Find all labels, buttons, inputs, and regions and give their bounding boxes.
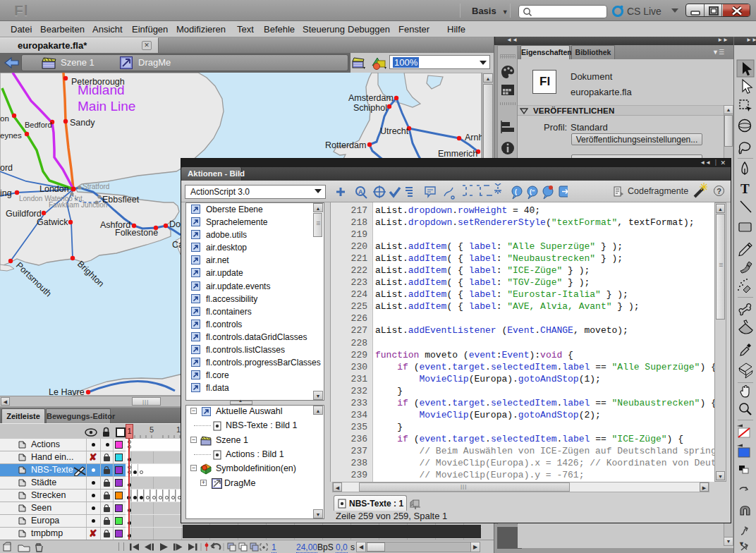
svg-text:eynes: eynes [0,131,22,140]
svg-text:Brighton: Brighton [75,259,106,288]
svg-text:Bedford: Bedford [25,121,52,129]
svg-text:T: T [740,181,750,196]
svg-text:Do: Do [169,219,181,229]
svg-text:Rotterdam: Rotterdam [325,140,366,150]
svg-text:Gatwick: Gatwick [37,217,68,227]
svg-text:ord: ord [0,163,13,173]
svg-text:Midland: Midland [78,83,125,97]
svg-text:Utrecht: Utrecht [380,126,409,136]
svg-text:Arnh: Arnh [465,133,482,142]
svg-text:Stratford: Stratford [83,183,109,190]
svg-text:Fawkham Junction: Fawkham Junction [49,201,107,209]
svg-text:Le Havre: Le Havre [49,387,85,396]
svg-text:Amsterdam: Amsterdam [348,93,394,103]
svg-text:Emmerich: Emmerich [438,149,477,159]
svg-text:Sandy: Sandy [70,118,95,128]
svg-text:(: ( [515,188,517,195]
svg-text:ing: ing [0,188,12,198]
svg-text:London: London [39,184,69,194]
svg-text:Portsmouth: Portsmouth [14,260,54,299]
svg-text:Folkestone: Folkestone [115,228,158,238]
svg-text:(“: (“ [530,188,535,195]
svg-text:A: A [358,188,363,195]
svg-text:Ebbsfleet: Ebbsfleet [102,195,140,205]
svg-text:on: on [0,114,9,123]
svg-text:Schiphol: Schiphol [353,103,387,113]
svg-text:Main Line: Main Line [78,99,135,114]
